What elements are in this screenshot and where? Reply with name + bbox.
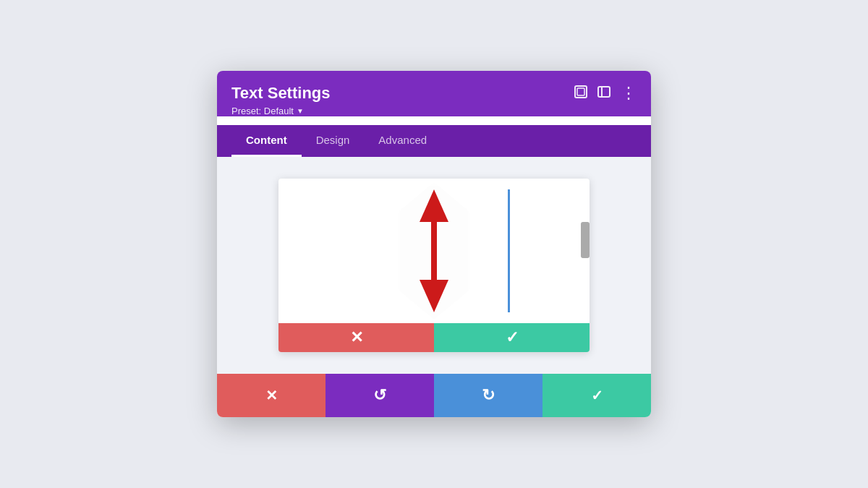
redo-button[interactable]: ↻: [434, 374, 542, 417]
discard-button[interactable]: ✕: [217, 374, 326, 417]
resize-widget[interactable]: ✕ ✓: [278, 179, 590, 352]
svg-marker-6: [420, 280, 448, 312]
widget-confirm-button[interactable]: ✓: [434, 323, 590, 352]
preset-dropdown-arrow: ▼: [297, 107, 304, 115]
undo-button[interactable]: ↺: [326, 374, 434, 417]
widget-cancel-button[interactable]: ✕: [278, 323, 434, 352]
header-icons: ⋮: [574, 85, 637, 101]
widget-buttons: ✕ ✓: [278, 323, 590, 352]
more-options-icon[interactable]: ⋮: [621, 85, 637, 101]
header-top: Text Settings ⋮: [231, 84, 637, 103]
tab-content[interactable]: Content: [231, 125, 302, 157]
svg-rect-2: [598, 87, 610, 97]
modal-title: Text Settings: [231, 84, 331, 103]
svg-rect-1: [577, 88, 584, 95]
resize-arrow-icon: [412, 186, 456, 316]
modal-tabs: Content Design Advanced: [217, 125, 651, 157]
tab-advanced[interactable]: Advanced: [364, 125, 441, 157]
modal-content-area: ✕ ✓: [217, 157, 651, 374]
preset-label[interactable]: Preset: Default ▼: [231, 106, 637, 116]
blue-line: [508, 189, 510, 312]
tab-design[interactable]: Design: [302, 125, 365, 157]
text-settings-modal: Text Settings ⋮ Preset: Defaul: [217, 71, 651, 417]
modal-header: Text Settings ⋮ Preset: Defaul: [217, 71, 651, 116]
fullscreen-icon[interactable]: [574, 85, 587, 101]
svg-marker-5: [420, 189, 448, 222]
svg-rect-4: [431, 215, 437, 287]
modal-footer: ✕ ↺ ↻ ✓: [217, 374, 651, 417]
sidebar-icon[interactable]: [597, 86, 610, 100]
save-button[interactable]: ✓: [542, 374, 651, 417]
scroll-handle[interactable]: [581, 222, 590, 258]
resize-inner: [278, 179, 590, 323]
